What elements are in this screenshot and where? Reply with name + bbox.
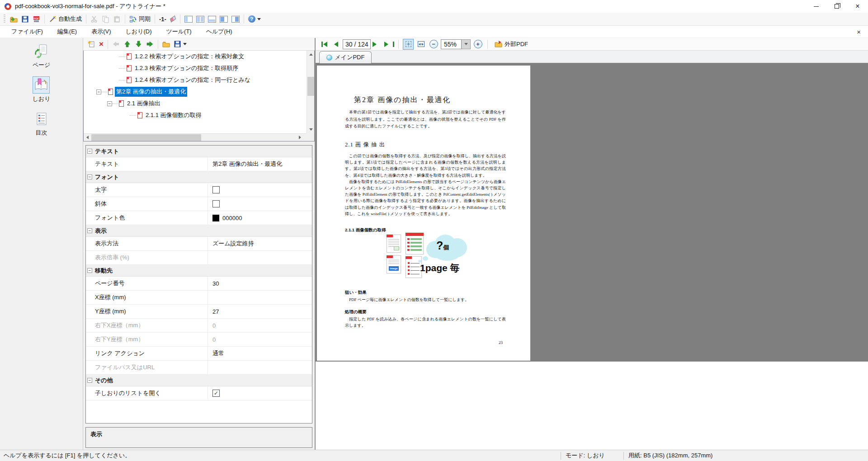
zoom-dropdown-button[interactable] <box>462 39 471 49</box>
cut-button[interactable] <box>89 14 100 24</box>
autogen-button[interactable]: 自動生成 <box>47 14 84 24</box>
restore-button[interactable] <box>826 0 847 13</box>
zoom-value-input[interactable]: 55% <box>441 39 462 49</box>
collapse-icon[interactable]: − <box>87 174 92 179</box>
fontcolor-field[interactable]: 000000 <box>208 211 312 225</box>
first-page-button[interactable] <box>319 39 329 49</box>
sync-button[interactable]: 同期 <box>127 14 152 24</box>
pageno-field[interactable]: 30 <box>208 277 312 290</box>
linkaction-field[interactable]: 通常 <box>208 347 312 360</box>
open-button[interactable] <box>8 14 19 24</box>
collapse-icon[interactable]: − <box>87 149 92 154</box>
title-bar: pdf-cookbook-vol3-normal-for-sale.pdf - … <box>0 0 868 13</box>
pdf-paragraph: 本章の第1節では画像を指定して抽出する方法を、第2節では画像に対して最適化をする… <box>345 109 506 130</box>
move-up-button[interactable] <box>122 39 133 50</box>
menu-tools[interactable]: ツール(T) <box>161 26 196 38</box>
delete-bookmark-button[interactable]: × <box>97 39 105 50</box>
paste-button[interactable] <box>111 14 123 24</box>
property-row-viewscale: 表示倍率 (%) <box>86 251 312 265</box>
scroll-right-button[interactable] <box>299 134 307 141</box>
copy-button[interactable] <box>100 14 111 24</box>
zoom-out-button[interactable]: − <box>428 39 439 50</box>
bookmark-page-icon <box>119 100 124 107</box>
property-row-pageno: ページ番号 30 <box>86 277 312 291</box>
layout-two-column-button[interactable] <box>194 14 206 24</box>
tree-item-selected[interactable]: − 第2章 画像の抽出・最適化 <box>84 86 307 98</box>
main-area: ページ しおり <box>0 38 868 450</box>
sync-label: 同期 <box>139 15 151 23</box>
layout-bottom-split-button[interactable] <box>206 14 218 24</box>
sidebar-item-page[interactable]: ページ <box>33 42 51 69</box>
fit-width-icon <box>418 41 425 47</box>
toc-list-icon <box>35 112 48 126</box>
openchild-checkbox[interactable]: ✓ <box>212 390 220 397</box>
scroll-thumb[interactable] <box>307 77 314 96</box>
toolbar-separator <box>180 14 180 24</box>
move-right-button[interactable] <box>144 39 156 50</box>
scissors-icon <box>90 15 98 23</box>
y-field[interactable]: 27 <box>208 305 312 318</box>
collapse-expander[interactable]: − <box>96 89 101 94</box>
move-down-button[interactable] <box>133 39 144 50</box>
tree-item[interactable]: 1.2.2 検索オプションの指定：検索対象文 <box>84 51 307 62</box>
x-field[interactable] <box>208 291 312 304</box>
collapse-icon[interactable]: − <box>87 378 92 383</box>
close-button[interactable]: × <box>847 0 868 13</box>
toolbar-separator <box>125 14 125 24</box>
page-number-style-button[interactable]: -1- <box>157 14 168 24</box>
page-indicator-input[interactable]: 30 / 124 <box>343 39 371 49</box>
layout-left-pane-button[interactable] <box>218 14 230 24</box>
erase-button[interactable] <box>168 14 178 24</box>
minimize-button[interactable] <box>806 0 826 13</box>
new-bookmark-button[interactable] <box>86 39 97 50</box>
zoom-in-button[interactable]: + <box>472 39 483 50</box>
menu-edit[interactable]: 編集(E) <box>52 26 82 38</box>
fit-page-button[interactable] <box>403 39 414 50</box>
tree-item[interactable]: 1.2.4 検索オプションの指定：同一行とみな <box>84 74 307 86</box>
menu-view[interactable]: 表示(V) <box>86 26 116 38</box>
layout-single-button[interactable] <box>183 14 194 24</box>
scroll-down-button[interactable] <box>307 126 315 133</box>
pdf-page: 第2章 画像の抽出・最適化 本章の第1節では画像を指定して抽出する方法を、第2節… <box>317 66 530 361</box>
menubar-close-button[interactable]: × <box>854 28 863 36</box>
sidebar-item-toc[interactable]: 目次 <box>33 110 50 137</box>
scroll-left-button[interactable] <box>84 134 91 141</box>
pdf-export-button[interactable]: PDF <box>31 14 42 24</box>
fit-width-button[interactable] <box>415 39 426 50</box>
scroll-up-button[interactable] <box>307 51 315 58</box>
menu-bookmark[interactable]: しおり(D) <box>121 26 157 38</box>
property-row-brx: 右下X座標（mm） 0 <box>86 319 312 333</box>
tree-item[interactable]: 1.2.3 検索オプションの指定：取得順序 <box>84 62 307 74</box>
tree-item[interactable]: 2.1.1 画像個数の取得 <box>84 109 307 121</box>
menu-file[interactable]: ファイル(F) <box>6 26 48 38</box>
property-row-filepath: ファイルパス又はURL <box>86 361 312 375</box>
tree-vertical-scrollbar[interactable] <box>307 51 314 133</box>
menu-help[interactable]: ヘルプ(H) <box>201 26 237 38</box>
scroll-thumb[interactable] <box>91 134 201 141</box>
external-pdf-button[interactable]: 外部PDF <box>492 39 531 50</box>
viewmethod-field[interactable]: ズーム設定維持 <box>208 237 312 250</box>
export-bookmarks-button[interactable] <box>172 39 189 50</box>
sidebar-item-bookmark[interactable]: しおり <box>33 76 51 103</box>
tab-main-pdf[interactable]: メインPDF <box>319 51 372 63</box>
collapse-expander[interactable]: − <box>107 101 112 106</box>
collapse-icon[interactable]: − <box>87 268 92 273</box>
move-left-button[interactable] <box>110 39 122 50</box>
last-page-button[interactable] <box>384 39 394 49</box>
prev-page-button[interactable] <box>331 39 341 49</box>
text-value-field[interactable]: 第2章 画像の抽出・最適化 <box>208 157 312 171</box>
arrow-up-icon <box>123 40 131 48</box>
layout-right-pane-button[interactable] <box>230 14 241 24</box>
tree-horizontal-scrollbar[interactable] <box>84 133 307 141</box>
help-button[interactable]: ? <box>246 14 263 24</box>
menu-bar: ファイル(F) 編集(E) 表示(V) しおり(D) ツール(T) ヘルプ(H)… <box>0 26 868 38</box>
collapse-icon[interactable]: − <box>87 228 92 233</box>
import-bookmarks-button[interactable] <box>160 39 172 50</box>
bold-checkbox[interactable] <box>212 186 220 193</box>
fit-page-icon <box>406 41 411 47</box>
next-page-button[interactable] <box>373 39 382 49</box>
save-button[interactable] <box>19 14 31 24</box>
tree-item[interactable]: − 2.1 画像抽出 <box>84 98 307 109</box>
italic-checkbox[interactable] <box>212 200 220 207</box>
pdf-viewer-area[interactable]: 第2章 画像の抽出・最適化 本章の第1節では画像を指定して抽出する方法を、第2節… <box>316 63 868 362</box>
